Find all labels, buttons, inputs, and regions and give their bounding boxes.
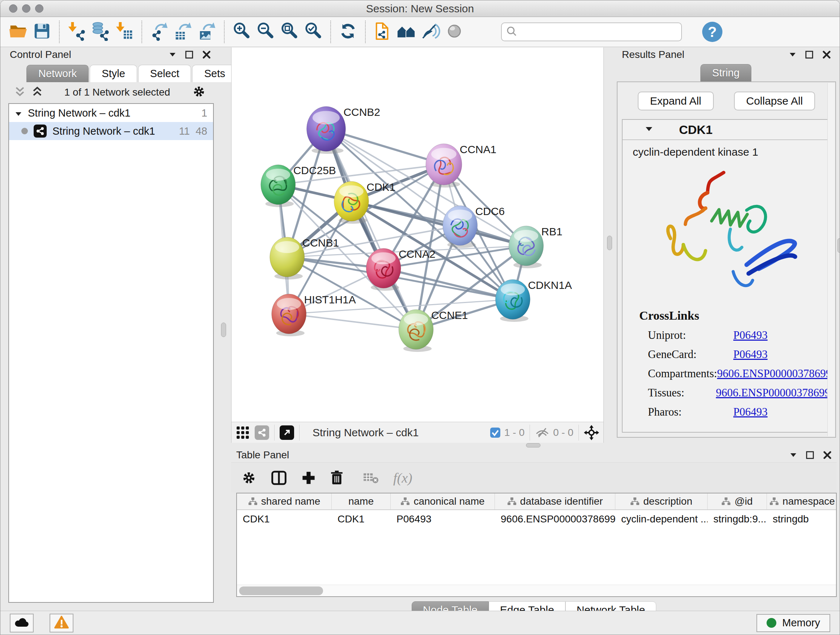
- float-panel-icon[interactable]: [806, 451, 814, 459]
- network-node-CDC25B[interactable]: [261, 165, 295, 207]
- export-table-button[interactable]: [171, 19, 195, 44]
- column-header-database-identifier[interactable]: database identifier: [495, 494, 615, 509]
- float-panel-icon[interactable]: [185, 50, 194, 59]
- expand-all-button[interactable]: Expand All: [638, 92, 714, 111]
- close-panel-icon[interactable]: [202, 50, 211, 59]
- minimize-window-button[interactable]: [22, 4, 30, 13]
- collapse-panel-icon[interactable]: [169, 52, 176, 57]
- crosslink-link[interactable]: 9606.ENSP00000378699: [716, 386, 830, 399]
- selected-checkbox-icon[interactable]: [490, 427, 501, 438]
- close-panel-icon[interactable]: [823, 451, 832, 459]
- right-splitter[interactable]: [604, 48, 615, 443]
- import-network-database-button[interactable]: [88, 19, 112, 44]
- entry-disclosure-icon[interactable]: [645, 126, 653, 133]
- collection-disclosure-icon[interactable]: [15, 107, 22, 119]
- close-window-button[interactable]: [9, 4, 17, 13]
- column-header-shared-name[interactable]: shared name: [237, 494, 332, 509]
- share-view-icon[interactable]: [255, 425, 269, 440]
- crosslink-link[interactable]: 9606.ENSP00000378699: [717, 367, 831, 380]
- crosshair-move-icon[interactable]: [584, 425, 599, 440]
- import-table-button[interactable]: [112, 19, 136, 44]
- left-splitter[interactable]: [216, 48, 231, 611]
- horizontal-splitter-handle[interactable]: [526, 443, 540, 448]
- show-columns-icon[interactable]: [271, 470, 287, 486]
- import-network-file-button[interactable]: [65, 19, 88, 44]
- eye-slash-icon: [421, 21, 440, 42]
- tab-style[interactable]: Style: [90, 65, 137, 82]
- table-hscrollbar[interactable]: [237, 585, 836, 596]
- right-splitter-handle[interactable]: [607, 236, 612, 250]
- network-node-CCNB2[interactable]: [307, 106, 346, 154]
- crosslink-link[interactable]: P06493: [733, 405, 767, 418]
- column-header-namespace[interactable]: namespace: [767, 494, 837, 509]
- column-header--id[interactable]: @id: [707, 494, 767, 509]
- left-splitter-handle[interactable]: [221, 323, 226, 337]
- network-row[interactable]: String Network – cdk1 11 48: [9, 122, 213, 140]
- zoom-window-button[interactable]: [35, 4, 43, 13]
- zoom-selected-button[interactable]: [302, 19, 325, 44]
- tab-select[interactable]: Select: [138, 65, 191, 82]
- table-row[interactable]: CDK1CDK1P064939606.ENSP00000378699cyclin…: [237, 510, 836, 528]
- open-session-button[interactable]: [6, 19, 30, 44]
- crosslink-link[interactable]: P06493: [733, 329, 767, 342]
- save-session-button[interactable]: [30, 19, 54, 44]
- edge-CCNE1-HIST1H1A[interactable]: [289, 314, 416, 329]
- traffic-lights: [9, 4, 43, 13]
- network-canvas[interactable]: CCNB2CCNA1CDC25BCDK1CDC6RB1CCNB1CCNA2CDK…: [232, 48, 603, 422]
- crosslink-row: Pharos:P06493: [639, 405, 830, 418]
- string-hide-style-button[interactable]: [418, 19, 442, 44]
- apply-layout-button[interactable]: [336, 19, 360, 44]
- float-panel-icon[interactable]: [805, 50, 813, 59]
- warning-button[interactable]: [50, 614, 73, 632]
- hidden-eye-icon[interactable]: [535, 427, 549, 438]
- horizontal-splitter[interactable]: [231, 443, 840, 448]
- string-orb-button[interactable]: [442, 19, 466, 44]
- network-node-CCNE1[interactable]: [399, 310, 433, 352]
- table-hscrollbar-thumb[interactable]: [239, 586, 323, 595]
- column-header-description[interactable]: description: [615, 494, 707, 509]
- network-node-CDKN1A[interactable]: [496, 279, 531, 322]
- memory-button[interactable]: Memory: [756, 614, 830, 632]
- tab-string[interactable]: String: [700, 64, 752, 81]
- export-image-button[interactable]: [195, 19, 219, 44]
- crosslink-link[interactable]: P06493: [733, 348, 767, 361]
- collapse-panel-icon[interactable]: [789, 52, 796, 57]
- results-scrollbar[interactable]: [827, 83, 835, 436]
- function-builder-icon[interactable]: f(x): [393, 470, 412, 486]
- search-input[interactable]: [521, 26, 677, 38]
- table-options-gear-icon[interactable]: [241, 470, 256, 486]
- close-panel-icon[interactable]: [822, 50, 831, 59]
- network-node-RB1[interactable]: [509, 226, 544, 268]
- network-node-HIST1H1A[interactable]: [272, 294, 306, 336]
- delete-table-icon[interactable]: [363, 472, 379, 484]
- panel-edge-handle[interactable]: [837, 238, 840, 253]
- zoom-out-button[interactable]: [254, 19, 278, 44]
- delete-column-trash-icon[interactable]: [330, 470, 343, 486]
- network-collection-row[interactable]: String Network – cdk1 1: [9, 104, 213, 122]
- grid-view-icon[interactable]: [236, 426, 249, 440]
- string-homes-button[interactable]: [395, 19, 418, 44]
- collapse-panel-icon[interactable]: [790, 453, 797, 458]
- network-node-CCNA1[interactable]: [426, 144, 462, 187]
- birdseye-view-icon[interactable]: [279, 425, 294, 440]
- help-button[interactable]: ?: [702, 22, 722, 42]
- network-options-gear-icon[interactable]: [192, 85, 206, 100]
- column-header-canonical-name[interactable]: canonical name: [391, 494, 495, 509]
- zoom-fit-button[interactable]: [278, 19, 302, 44]
- protein-entry-header[interactable]: CDK1: [622, 120, 830, 140]
- create-column-icon[interactable]: [302, 470, 316, 485]
- expand-all-networks-icon[interactable]: [32, 86, 42, 98]
- network-node-CCNB1[interactable]: [270, 237, 305, 279]
- table-cell: stringdb: [767, 513, 837, 525]
- crosslink-label: Pharos:: [648, 405, 733, 418]
- collapse-all-networks-icon[interactable]: [15, 86, 25, 98]
- network-type-icon: [34, 125, 47, 138]
- column-header-name[interactable]: name: [332, 494, 391, 509]
- zoom-in-button[interactable]: [230, 19, 254, 44]
- cloud-button[interactable]: [10, 614, 34, 632]
- collapse-all-button[interactable]: Collapse All: [734, 92, 815, 111]
- tab-network[interactable]: Network: [27, 65, 88, 82]
- export-network-button[interactable]: [147, 19, 171, 44]
- string-file-button[interactable]: [371, 19, 395, 44]
- crosslink-label: Compartments:: [648, 367, 717, 380]
